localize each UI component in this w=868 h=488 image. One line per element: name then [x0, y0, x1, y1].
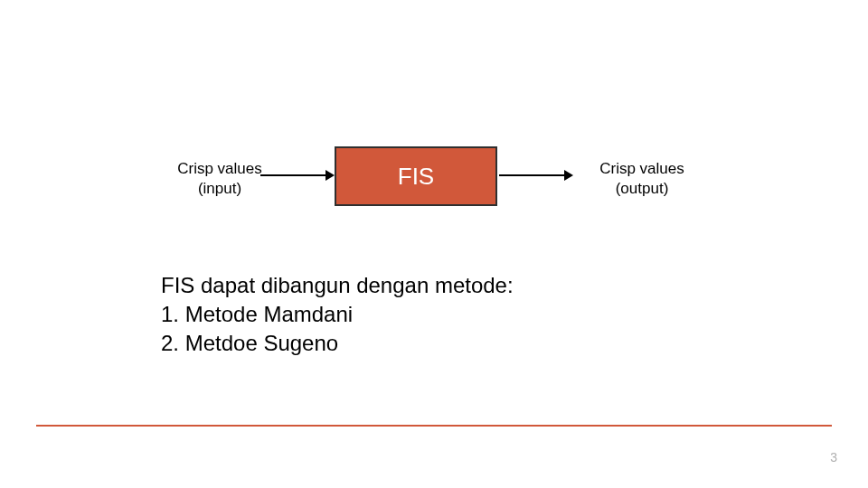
- arrow-fis-to-output: [499, 174, 571, 176]
- page-number: 3: [830, 450, 837, 465]
- fis-diagram: Crisp values (input) FIS Crisp values (o…: [0, 146, 868, 210]
- fis-box-label: FIS: [398, 163, 434, 191]
- body-item-1: 1. Metode Mamdani: [161, 300, 722, 329]
- body-item-2: 2. Metdoe Sugeno: [161, 329, 722, 358]
- body-intro: FIS dapat dibangun dengan metode:: [161, 271, 722, 300]
- body-text: FIS dapat dibangun dengan metode: 1. Met…: [161, 271, 722, 358]
- fis-box: FIS: [335, 146, 497, 206]
- output-label-line1: Crisp values: [599, 160, 684, 177]
- arrow-input-to-fis: [260, 174, 333, 176]
- output-label-line2: (output): [616, 180, 669, 197]
- input-label-line2: (input): [198, 180, 241, 197]
- input-label: Crisp values (input): [161, 159, 278, 199]
- divider-line: [36, 425, 832, 427]
- input-label-line1: Crisp values: [177, 160, 262, 177]
- output-label: Crisp values (output): [579, 159, 705, 199]
